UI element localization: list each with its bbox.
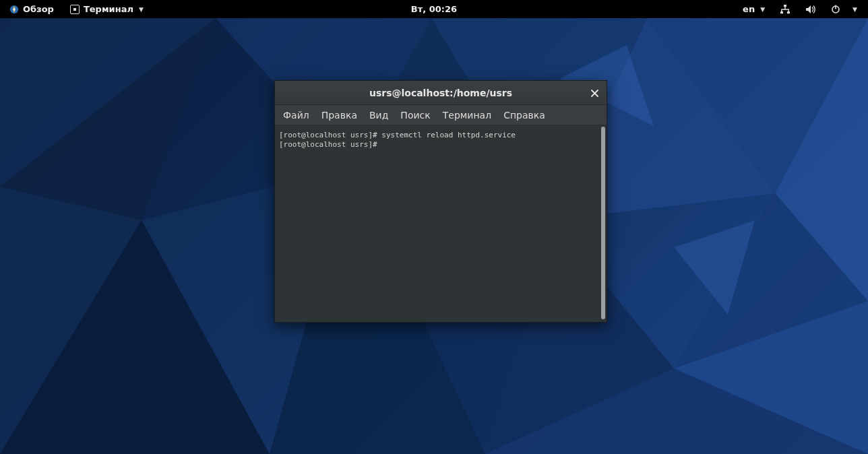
svg-point-20	[13, 8, 16, 11]
terminal-body: [root@localhost usrs]# systemctl reload …	[275, 125, 607, 322]
menu-file[interactable]: Файл	[278, 107, 315, 123]
terminal-title: usrs@localhost:/home/usrs	[369, 88, 512, 98]
close-icon	[591, 90, 598, 97]
clock-button[interactable]: Вт, 00:26	[407, 1, 461, 17]
svg-rect-25	[835, 5, 836, 9]
taskbar-app-label: Терминал	[84, 4, 133, 14]
activities-button[interactable]: Обзор	[5, 1, 58, 17]
svg-rect-23	[787, 11, 790, 13]
activities-label: Обзор	[23, 4, 54, 14]
input-language-label: en	[743, 4, 755, 14]
chevron-down-icon: ▼	[852, 6, 857, 13]
terminal-titlebar[interactable]: usrs@localhost:/home/usrs	[275, 81, 607, 105]
gnome-topbar: Обзор Терминал ▼ Вт, 00:26 en ▼	[0, 0, 868, 18]
svg-rect-21	[784, 5, 786, 7]
distro-logo-icon	[9, 5, 19, 14]
clock-label: Вт, 00:26	[411, 4, 457, 14]
terminal-menubar: Файл Правка Вид Поиск Терминал Справка	[275, 105, 607, 125]
menu-terminal[interactable]: Терминал	[437, 107, 497, 123]
terminal-window: usrs@localhost:/home/usrs Файл Правка Ви…	[274, 80, 607, 323]
terminal-scrollbar[interactable]	[600, 125, 607, 322]
menu-view[interactable]: Вид	[364, 107, 394, 123]
power-icon[interactable]	[827, 2, 844, 17]
network-icon[interactable]	[776, 2, 795, 17]
input-language-indicator[interactable]: en ▼	[739, 1, 769, 17]
menu-edit[interactable]: Правка	[316, 107, 363, 123]
menu-help[interactable]: Справка	[498, 107, 551, 123]
svg-rect-22	[780, 11, 783, 13]
terminal-output[interactable]: [root@localhost usrs]# systemctl reload …	[275, 125, 600, 322]
system-menu-chevron[interactable]: ▼	[851, 3, 861, 15]
scrollbar-thumb[interactable]	[601, 127, 605, 319]
volume-icon[interactable]	[801, 2, 820, 17]
terminal-app-icon	[70, 5, 80, 14]
chevron-down-icon: ▼	[139, 6, 144, 13]
close-button[interactable]	[586, 85, 602, 101]
menu-search[interactable]: Поиск	[395, 107, 435, 123]
taskbar-active-app[interactable]: Терминал ▼	[66, 1, 148, 17]
chevron-down-icon: ▼	[760, 6, 765, 13]
